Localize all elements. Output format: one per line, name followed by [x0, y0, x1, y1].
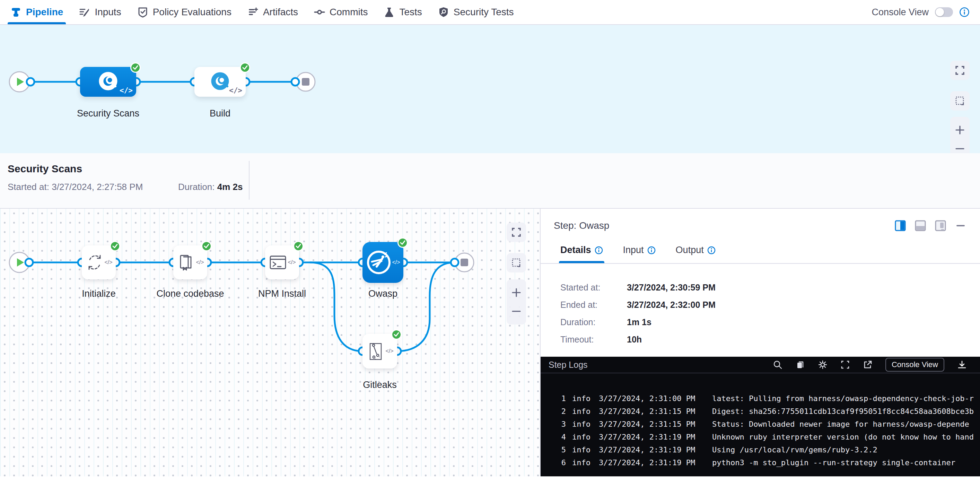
- info-icon[interactable]: [707, 246, 716, 254]
- stage-node-build[interactable]: </>: [194, 67, 246, 97]
- toggle-knob: [935, 8, 944, 16]
- log-line: 1 info 3/27/2024, 2:31:00 PM latest: Pul…: [541, 392, 980, 405]
- log-timestamp: 3/27/2024, 2:31:19 PM: [599, 432, 696, 441]
- detail-value: 10h: [627, 335, 642, 345]
- layout-floating-panel-icon[interactable]: [935, 219, 946, 232]
- log-fullscreen-icon[interactable]: [840, 360, 850, 370]
- success-badge: [110, 241, 120, 251]
- marquee-select-button[interactable]: [507, 253, 526, 273]
- owasp-icon: [366, 249, 392, 276]
- layout-right-panel-icon[interactable]: [895, 219, 906, 232]
- yaml-code-icon[interactable]: </>: [104, 259, 112, 266]
- step-panel-title: Step: Owasp: [554, 220, 609, 231]
- stage-node-security-scans[interactable]: </>: [80, 67, 136, 97]
- console-view-toggle[interactable]: [935, 7, 953, 17]
- step-node-label[interactable]: Initialize: [47, 289, 151, 299]
- fullscreen-button[interactable]: [507, 223, 526, 242]
- stage-node-label[interactable]: Build: [168, 108, 272, 119]
- step-node-gitleaks[interactable]: </>: [363, 334, 397, 369]
- tab-artifacts[interactable]: Artifacts: [247, 0, 298, 24]
- detail-row-duration: Duration: 1m 1s: [560, 317, 980, 327]
- yaml-code-icon[interactable]: </>: [229, 86, 242, 95]
- tab-label: Security Tests: [453, 6, 514, 18]
- zoom-in-icon[interactable]: [511, 287, 522, 298]
- step-node-label[interactable]: NPM Install: [230, 289, 334, 299]
- zoom-controls: [507, 279, 526, 324]
- log-copy-icon[interactable]: [795, 360, 805, 370]
- log-timestamp: 3/27/2024, 2:31:00 PM: [599, 394, 696, 403]
- inputs-icon: [79, 6, 90, 18]
- marquee-select-button[interactable]: [950, 91, 970, 110]
- step-node-label[interactable]: Gitleaks: [328, 380, 432, 390]
- detail-label: Ended at:: [560, 300, 627, 310]
- zoom-in-icon[interactable]: [955, 124, 966, 136]
- tab-security-tests[interactable]: Security Tests: [438, 0, 514, 24]
- policy-evaluations-icon: [137, 6, 148, 18]
- yaml-code-icon[interactable]: </>: [196, 259, 204, 266]
- log-message: python3 -m sto_plugin --run-strategy sin…: [712, 458, 980, 467]
- step-node-owasp[interactable]: </>: [363, 242, 403, 283]
- step-node-clone-codebase[interactable]: </>: [173, 246, 207, 279]
- stage-started-at: Started at: 3/27/2024, 2:27:58 PM: [8, 182, 143, 192]
- nav-right: Console View: [872, 0, 970, 24]
- detail-row-timeout: Timeout: 10h: [560, 335, 980, 345]
- tab-label: Output: [676, 245, 704, 255]
- gitleaks-icon: [366, 341, 385, 361]
- log-line-number: 5: [541, 445, 566, 454]
- stage-summary-bar: Security Scans Started at: 3/27/2024, 2:…: [0, 153, 980, 209]
- detail-row-ended-at: Ended at: 3/27/2024, 2:32:00 PM: [560, 300, 980, 310]
- marquee-icon: [511, 258, 522, 268]
- stage-node-label[interactable]: Security Scans: [56, 108, 160, 119]
- step-node-label[interactable]: Clone codebase: [138, 289, 242, 299]
- tab-pipeline[interactable]: Pipeline: [10, 0, 63, 24]
- console-view-button[interactable]: Console View: [885, 358, 944, 372]
- log-open-new-tab-icon[interactable]: [863, 360, 873, 370]
- zoom-out-icon[interactable]: [955, 143, 966, 154]
- tab-inputs[interactable]: Inputs: [79, 0, 121, 24]
- yaml-code-icon[interactable]: </>: [119, 86, 133, 95]
- log-settings-icon[interactable]: [818, 360, 827, 370]
- log-message: Unknown ruby interpreter version (do not…: [712, 432, 980, 441]
- tab-label: Tests: [399, 6, 422, 18]
- detail-value: 3/27/2024, 2:32:00 PM: [627, 300, 716, 310]
- tab-input[interactable]: Input: [623, 245, 655, 263]
- divider: [249, 161, 250, 200]
- security-tests-icon: [438, 6, 449, 18]
- stage-duration: Duration: 4m 2s: [178, 182, 243, 192]
- yaml-code-icon[interactable]: </>: [288, 259, 296, 266]
- zoom-out-icon[interactable]: [511, 306, 522, 317]
- step-node-npm-install[interactable]: </>: [265, 246, 299, 279]
- step-node-initialize[interactable]: </>: [82, 246, 116, 279]
- clone-codebase-icon: [177, 253, 196, 272]
- fullscreen-button[interactable]: [950, 61, 970, 80]
- step-graph-canvas[interactable]: </> Initialize </> Clone codebase: [0, 209, 541, 476]
- step-details-panel: Step: Owasp Details Input: [541, 209, 980, 476]
- tab-label: Details: [560, 245, 591, 255]
- tab-details[interactable]: Details: [560, 245, 603, 263]
- pipeline-icon: [10, 6, 21, 18]
- layout-bottom-panel-icon[interactable]: [915, 219, 926, 232]
- stage-graph-canvas[interactable]: </> Security Scans </> Build: [0, 25, 980, 153]
- tab-tests[interactable]: Tests: [383, 0, 422, 24]
- step-node-label[interactable]: Owasp: [331, 289, 435, 299]
- pipeline-execution-page: Pipeline Inputs Policy Evaluations Artif…: [0, 0, 980, 477]
- fullscreen-icon: [511, 227, 522, 238]
- info-icon[interactable]: [648, 246, 655, 254]
- commits-icon: [314, 6, 325, 18]
- tab-label: Inputs: [95, 6, 121, 18]
- yaml-code-icon[interactable]: </>: [392, 259, 400, 266]
- tab-output[interactable]: Output: [676, 245, 716, 263]
- tab-commits[interactable]: Commits: [314, 0, 368, 24]
- minimize-panel-icon[interactable]: [955, 219, 966, 232]
- yaml-code-icon[interactable]: </>: [385, 348, 393, 354]
- log-search-icon[interactable]: [773, 360, 783, 370]
- tab-label: Commits: [329, 6, 368, 18]
- info-icon[interactable]: [595, 246, 603, 254]
- tab-label: Input: [623, 245, 644, 255]
- step-logs-body[interactable]: 1 info 3/27/2024, 2:31:00 PM latest: Pul…: [541, 373, 980, 469]
- panel-layout-controls: [895, 219, 966, 232]
- log-download-icon[interactable]: [957, 360, 967, 370]
- log-message: Using /usr/local/rvm/gems/ruby-3.2.2: [712, 445, 980, 454]
- tab-policy-evaluations[interactable]: Policy Evaluations: [137, 0, 231, 24]
- info-icon[interactable]: [959, 7, 970, 18]
